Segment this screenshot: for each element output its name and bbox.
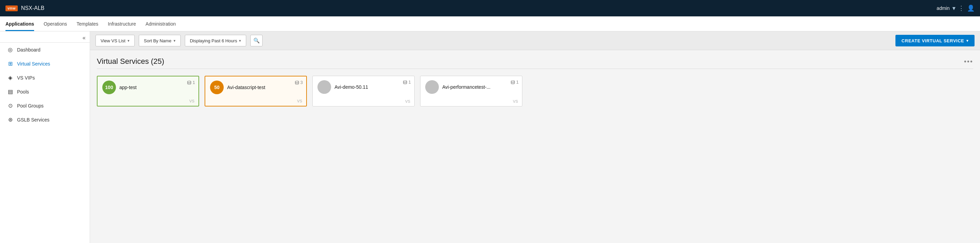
main-layout: « ◎ Dashboard ⊞ Virtual Services ◈ VS VI… <box>0 31 980 243</box>
topbar-left: vmw NSX-ALB <box>5 5 45 11</box>
vs-card-avi-performancetest[interactable]: 1 Avi-performancetest-... VS <box>420 76 522 107</box>
svg-point-1 <box>295 81 299 82</box>
sidebar-item-pools[interactable]: ▤ Pools <box>0 85 90 99</box>
vs-card-db-icon: 1 <box>511 80 519 85</box>
dashboard-icon: ◎ <box>7 46 14 53</box>
section-more-menu[interactable]: ••• <box>964 58 973 66</box>
create-vs-chevron: ▾ <box>966 38 969 43</box>
topbar: vmw NSX-ALB admin ▾ ⋮ 👤 <box>0 0 980 16</box>
tab-administration[interactable]: Administration <box>146 16 176 31</box>
sidebar-item-label: VS VIPs <box>17 75 35 80</box>
card-db-count: 1 <box>516 80 519 85</box>
page-body: Virtual Services (25) ••• 1 <box>90 50 980 113</box>
more-options-icon[interactable]: ⋮ <box>958 5 964 12</box>
vs-name: Avi-demo-50.11 <box>334 84 368 90</box>
svg-point-2 <box>403 80 407 82</box>
vs-card-app-test[interactable]: 1 100 app-test VS <box>97 76 199 107</box>
pools-icon: ▤ <box>7 88 14 95</box>
vs-card-top: Avi-performancetest-... <box>425 80 517 94</box>
sort-label: Sort By Name <box>144 38 172 43</box>
topbar-right: admin ▾ ⋮ 👤 <box>937 5 975 12</box>
sort-dropdown-chevron: ▾ <box>173 38 176 43</box>
sidebar-item-label: GSLB Services <box>17 117 49 123</box>
sidebar-collapse-button[interactable]: « <box>83 35 86 41</box>
vs-name: Avi-performancetest-... <box>442 84 490 90</box>
gslb-services-icon: ⊛ <box>7 117 14 123</box>
user-profile-icon[interactable]: 👤 <box>967 5 975 12</box>
nav-tabs: Applications Operations Templates Infras… <box>0 16 980 31</box>
sort-by-dropdown[interactable]: Sort By Name ▾ <box>139 35 181 46</box>
sidebar-collapse-area: « <box>0 31 90 43</box>
vs-score-badge <box>317 80 331 94</box>
vs-type-label: VS <box>405 99 410 104</box>
section-title: Virtual Services (25) <box>97 57 164 66</box>
sidebar-item-label: Virtual Services <box>17 61 50 67</box>
vs-type-label: VS <box>297 99 302 103</box>
sidebar-item-label: Dashboard <box>17 47 41 53</box>
section-header: Virtual Services (25) ••• <box>97 57 973 66</box>
card-db-count: 1 <box>409 80 411 85</box>
vs-card-db-icon: 3 <box>294 80 303 85</box>
vs-score-badge <box>425 80 439 94</box>
vs-card-top: 100 app-test <box>102 80 194 94</box>
vs-type-label: VS <box>513 99 518 104</box>
vmw-logo: vmw <box>5 5 18 11</box>
vs-card-avi-datascript-test[interactable]: 3 50 Avi-datascript-test VS <box>205 76 307 107</box>
sidebar: « ◎ Dashboard ⊞ Virtual Services ◈ VS VI… <box>0 31 90 243</box>
sidebar-item-vs-vips[interactable]: ◈ VS VIPs <box>0 70 90 85</box>
vs-cards-container: 1 100 app-test VS <box>97 76 973 107</box>
view-vs-list-dropdown[interactable]: View VS List ▾ <box>95 35 135 46</box>
section-divider <box>97 69 973 69</box>
vs-name: Avi-datascript-test <box>227 85 265 90</box>
vs-score-badge: 100 <box>102 80 116 94</box>
tab-applications[interactable]: Applications <box>5 16 34 31</box>
sidebar-item-pool-groups[interactable]: ⊙ Pool Groups <box>0 99 90 113</box>
search-icon: 🔍 <box>253 38 260 44</box>
vs-card-top: 50 Avi-datascript-test <box>210 80 301 94</box>
sidebar-item-label: Pools <box>17 89 29 94</box>
vs-card-db-icon: 1 <box>403 80 411 85</box>
sidebar-item-label: Pool Groups <box>17 103 44 109</box>
admin-label: admin <box>937 5 950 11</box>
view-dropdown-chevron: ▾ <box>127 38 130 43</box>
search-button[interactable]: 🔍 <box>250 35 262 46</box>
tab-templates[interactable]: Templates <box>77 16 99 31</box>
svg-point-0 <box>188 81 191 82</box>
app-title: NSX-ALB <box>21 5 45 11</box>
vs-card-avi-demo-50-11[interactable]: 1 Avi-demo-50.11 VS <box>312 76 415 107</box>
card-db-count: 1 <box>192 80 195 85</box>
sidebar-item-dashboard[interactable]: ◎ Dashboard <box>0 43 90 57</box>
tab-infrastructure[interactable]: Infrastructure <box>108 16 136 31</box>
card-db-count: 3 <box>301 80 303 85</box>
sidebar-item-virtual-services[interactable]: ⊞ Virtual Services <box>0 57 90 70</box>
tab-operations[interactable]: Operations <box>44 16 67 31</box>
vs-type-label: VS <box>189 99 194 103</box>
create-vs-label: CREATE VIRTUAL SERVICE <box>902 38 964 43</box>
admin-dropdown-icon[interactable]: ▾ <box>952 5 955 12</box>
toolbar: View VS List ▾ Sort By Name ▾ Displaying… <box>90 31 980 50</box>
vs-score-badge: 50 <box>210 80 224 94</box>
vs-vips-icon: ◈ <box>7 74 14 81</box>
time-label: Displaying Past 6 Hours <box>190 38 237 43</box>
view-vs-list-label: View VS List <box>100 38 126 43</box>
content-area: View VS List ▾ Sort By Name ▾ Displaying… <box>90 31 980 243</box>
time-dropdown-chevron: ▾ <box>239 38 241 43</box>
svg-point-3 <box>511 80 515 82</box>
vs-card-top: Avi-demo-50.11 <box>317 80 409 94</box>
time-range-dropdown[interactable]: Displaying Past 6 Hours ▾ <box>185 35 247 46</box>
vs-name: app-test <box>119 85 137 90</box>
vs-card-db-icon: 1 <box>187 80 195 85</box>
virtual-services-icon: ⊞ <box>7 61 14 67</box>
pool-groups-icon: ⊙ <box>7 102 14 109</box>
sidebar-item-gslb-services[interactable]: ⊛ GSLB Services <box>0 113 90 126</box>
create-virtual-service-button[interactable]: CREATE VIRTUAL SERVICE ▾ <box>896 35 975 46</box>
